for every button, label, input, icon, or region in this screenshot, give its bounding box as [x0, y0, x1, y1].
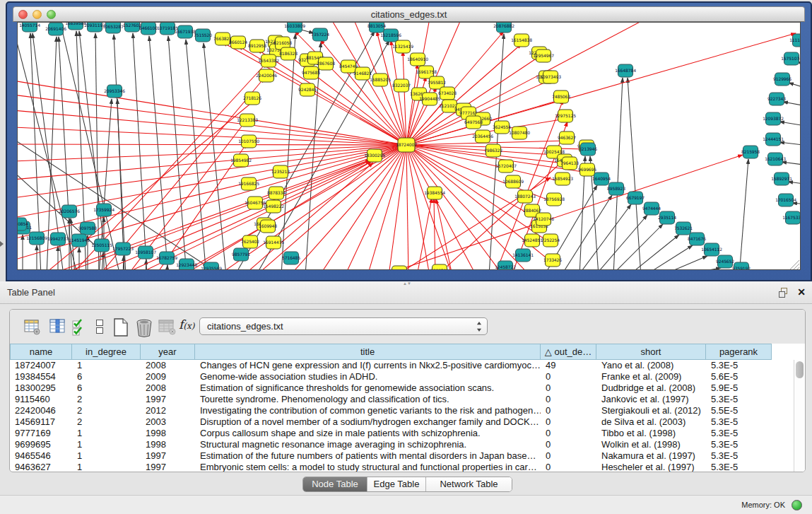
memory-status-indicator[interactable] — [792, 500, 802, 510]
graph-node[interactable]: 14120746 — [533, 213, 554, 226]
graph-node[interactable]: 19854982 — [230, 154, 252, 167]
close-panel-icon[interactable]: ✕ — [797, 286, 806, 298]
network-canvas[interactable]: 1405571420691406168395882093119310653287… — [17, 22, 801, 270]
graph-node[interactable]: 17957223 — [112, 243, 134, 255]
graph-node[interactable]: 8660124 — [229, 36, 247, 49]
graph-node[interactable]: 1640954 — [592, 173, 611, 185]
graph-node[interactable]: 9475685 — [302, 66, 320, 79]
graph-node[interactable]: 8912958 — [248, 40, 266, 52]
float-window-icon[interactable] — [779, 288, 789, 298]
graph-node[interactable]: 12505115 — [91, 239, 112, 252]
graph-node[interactable]: 10107550 — [238, 135, 259, 148]
tab-network-table[interactable]: Network Table — [425, 477, 512, 491]
graph-node[interactable]: 11325419 — [392, 40, 413, 53]
graph-node[interactable]: 16210643 — [765, 153, 786, 165]
graph-node[interactable]: 12975125 — [555, 110, 576, 122]
graph-node[interactable]: 16154838 — [511, 34, 532, 47]
column-header-out_de[interactable]: △ out_de… — [541, 344, 596, 360]
column-header-pagerank[interactable]: pagerank — [706, 344, 772, 360]
graph-node[interactable]: 10807480 — [509, 127, 530, 139]
graph-node[interactable]: 15854923 — [552, 173, 573, 185]
graph-node[interactable]: 1235213 — [271, 165, 290, 178]
graph-node[interactable]: 11118349 — [789, 34, 801, 47]
graph-node[interactable]: 14136141 — [512, 249, 534, 262]
graph-node[interactable]: 18724007 — [396, 138, 417, 152]
graph-node[interactable]: 7625402 — [241, 235, 259, 248]
table-row[interactable]: 911546021997Tourette syndrome. Phenomeno… — [10, 394, 805, 405]
graph-node[interactable]: 9227343 — [767, 93, 786, 105]
graph-node[interactable]: 9857791 — [232, 248, 250, 261]
graph-node[interactable]: 10654112 — [701, 243, 722, 256]
table-row[interactable]: 1456911722003Disruption of a novel membe… — [10, 416, 805, 428]
graph-node[interactable]: 7485063 — [552, 90, 570, 103]
graph-node[interactable]: 15892971 — [771, 173, 792, 185]
graph-node[interactable]: 15498222 — [263, 200, 284, 213]
graph-node[interactable]: 6679197 — [626, 192, 645, 204]
graph-node[interactable]: 16033809 — [284, 22, 305, 33]
graph-node[interactable]: 16648784 — [615, 64, 636, 77]
graph-node[interactable]: 9097588 — [78, 222, 97, 235]
column-header-short[interactable]: short — [596, 344, 706, 360]
vertical-scrollbar[interactable] — [794, 360, 805, 472]
scrollbar-thumb[interactable] — [796, 361, 804, 378]
graph-node[interactable]: 19384554 — [424, 187, 445, 199]
graph-node[interactable]: 8322037 — [392, 79, 411, 92]
graph-node[interactable]: 9474444 — [642, 202, 661, 215]
graph-node[interactable]: 8215958 — [741, 146, 760, 158]
graph-node[interactable]: 20206576 — [59, 205, 80, 218]
graph-node[interactable]: 20364456 — [472, 130, 493, 143]
graph-node[interactable]: 8186328 — [279, 47, 298, 60]
graph-node[interactable]: 15885205 — [370, 74, 391, 86]
graph-node[interactable]: 12935569 — [201, 262, 222, 270]
graph-node[interactable]: 7515520 — [194, 29, 212, 42]
graph-node[interactable]: 10653287 — [102, 22, 124, 33]
graph-node[interactable]: 18756928 — [543, 193, 565, 206]
graph-node[interactable]: 19904485 — [419, 93, 440, 105]
graph-node[interactable]: 12923448 — [176, 259, 197, 270]
select-rows-icon[interactable] — [72, 318, 88, 337]
column-select-icon[interactable] — [49, 318, 66, 335]
table-row[interactable]: 977716911998Corpus callosum shape and si… — [10, 428, 805, 439]
graph-node[interactable]: 20953346 — [104, 85, 125, 98]
graph-node[interactable]: 17359924 — [93, 204, 114, 216]
graph-node[interactable]: 19942737 — [47, 233, 69, 245]
graph-node[interactable]: 2867608 — [317, 57, 335, 70]
graph-node[interactable]: 12954967 — [533, 49, 554, 62]
graph-node[interactable]: 15751074 — [781, 52, 801, 65]
tab-edge-table[interactable]: Edge Table — [367, 477, 425, 491]
graph-node[interactable]: 10958107 — [135, 246, 156, 259]
graph-node[interactable]: 16839588 — [65, 22, 86, 30]
graph-node[interactable]: 2935114 — [658, 211, 676, 224]
graph-node[interactable]: 1609948 — [259, 220, 277, 233]
graph-node[interactable]: 5716485 — [282, 252, 300, 264]
graph-node[interactable]: 12093872 — [763, 112, 784, 125]
collapse-arrow-icon[interactable] — [0, 241, 4, 247]
graph-node[interactable]: 22420046 — [256, 69, 277, 82]
graph-node[interactable]: 7986322 — [484, 144, 502, 157]
table-row[interactable]: 969969511998Structural magnetic resonanc… — [10, 439, 805, 450]
graph-node[interactable]: 16671938 — [175, 25, 196, 38]
graph-node[interactable]: 6497568 — [464, 116, 483, 129]
graph-node[interactable]: 18300295 — [364, 149, 385, 162]
graph-node[interactable]: 1571984 — [390, 266, 408, 270]
graph-node[interactable]: 9463627 — [558, 132, 576, 144]
table-row[interactable]: 2242004622012Investigating the contribut… — [10, 405, 805, 416]
graph-node[interactable]: 20691406 — [45, 23, 66, 35]
graph-node[interactable]: 6734028 — [438, 87, 457, 100]
table-row[interactable]: 946362711997Embryonic stem cells: a mode… — [10, 462, 805, 472]
graph-node[interactable]: 12156809 — [26, 232, 47, 245]
graph-node[interactable]: 14524851 — [522, 234, 543, 247]
table-selector-dropdown[interactable]: citations_edges.txt — [199, 317, 488, 335]
graph-node[interactable]: 9242845 — [298, 83, 317, 96]
graph-node[interactable]: 6466100 — [139, 22, 158, 35]
graph-node[interactable]: 18807243 — [514, 190, 536, 203]
graph-node[interactable]: 1990301 — [430, 264, 449, 270]
graph-node[interactable]: 16543382 — [258, 54, 279, 67]
table-row[interactable]: 1872400712008Changes of HCN gene express… — [10, 360, 805, 371]
graph-node[interactable]: 7532621 — [674, 222, 693, 235]
graph-node[interactable]: 17016504 — [775, 194, 796, 206]
row-height-icon[interactable] — [95, 318, 105, 335]
graph-node[interactable]: 11675333 — [782, 211, 801, 224]
graph-node[interactable]: 1733426 — [543, 254, 562, 267]
graph-node[interactable]: 8213946 — [579, 143, 597, 156]
